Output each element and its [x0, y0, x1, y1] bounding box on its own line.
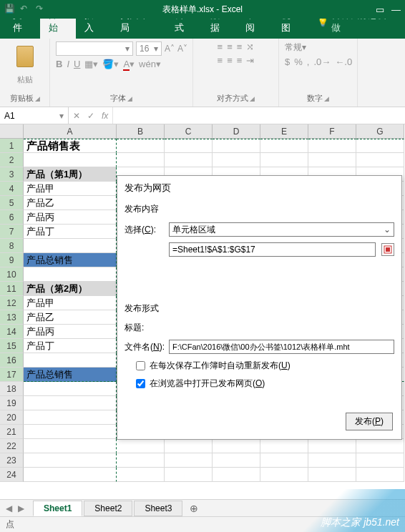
cell[interactable]: 产品乙: [24, 310, 117, 325]
column-header[interactable]: E: [260, 124, 308, 139]
cell[interactable]: [165, 468, 213, 482]
row-header[interactable]: 6: [0, 210, 24, 225]
italic-button[interactable]: I: [67, 59, 69, 69]
paste-button[interactable]: [12, 41, 38, 72]
cell[interactable]: [24, 439, 117, 453]
cell[interactable]: [308, 453, 356, 468]
cell[interactable]: 产品甲: [24, 182, 117, 196]
cell[interactable]: 产品总销售: [24, 368, 117, 382]
cell[interactable]: [24, 410, 117, 425]
column-header[interactable]: C: [165, 124, 213, 139]
cell[interactable]: [165, 139, 213, 153]
cell[interactable]: 产品丙: [24, 325, 117, 339]
align-top-icon[interactable]: ≡: [218, 41, 223, 52]
sheet-tab-3[interactable]: Sheet3: [134, 501, 182, 516]
cell[interactable]: [213, 153, 260, 167]
cell[interactable]: [356, 153, 404, 167]
cell[interactable]: [308, 439, 356, 453]
minimize-icon[interactable]: —: [391, 4, 401, 15]
indent-icon[interactable]: ⇥: [246, 55, 254, 66]
fx-icon[interactable]: fx: [102, 111, 108, 121]
decrease-decimal-icon[interactable]: ←.0: [335, 56, 352, 67]
fill-color-button[interactable]: 🪣▾: [102, 59, 119, 69]
alignment-dialog-launcher-icon[interactable]: ◢: [250, 95, 255, 102]
sheet-tab-1[interactable]: Sheet1: [33, 501, 82, 516]
cell[interactable]: 产品（第2周）: [24, 282, 117, 296]
cell[interactable]: [24, 267, 117, 282]
cell[interactable]: [356, 453, 404, 468]
cell[interactable]: [117, 439, 165, 453]
range-picker-button[interactable]: [381, 243, 394, 256]
cell[interactable]: [213, 468, 260, 482]
cell[interactable]: [308, 468, 356, 482]
cell[interactable]: [356, 139, 404, 153]
cell[interactable]: [165, 453, 213, 468]
cell[interactable]: [213, 453, 260, 468]
cell[interactable]: [24, 239, 117, 253]
align-right-icon[interactable]: ≡: [237, 55, 243, 66]
cell[interactable]: 产品乙: [24, 196, 117, 210]
row-header[interactable]: 24: [0, 468, 24, 482]
sheet-nav-next-icon[interactable]: ▶: [18, 503, 24, 513]
cell[interactable]: [117, 153, 165, 167]
column-header[interactable]: A: [24, 124, 117, 139]
cell[interactable]: 产品销售表: [24, 139, 117, 153]
cell[interactable]: [165, 153, 213, 167]
underline-button[interactable]: U: [74, 59, 80, 69]
name-box[interactable]: A1 ▾: [0, 107, 69, 124]
increase-font-icon[interactable]: A˄: [165, 44, 175, 54]
cell[interactable]: [260, 153, 308, 167]
cell[interactable]: [260, 139, 308, 153]
formula-input[interactable]: [112, 107, 405, 124]
cell[interactable]: 产品丙: [24, 210, 117, 225]
enter-icon[interactable]: ✓: [87, 111, 94, 121]
row-header[interactable]: 3: [0, 167, 24, 182]
sheet-tab-2[interactable]: Sheet2: [84, 501, 132, 516]
save-icon[interactable]: 💾: [4, 4, 16, 15]
cancel-icon[interactable]: ✕: [73, 111, 80, 121]
redo-icon[interactable]: ↷: [36, 4, 47, 15]
cell[interactable]: [213, 439, 260, 453]
cell[interactable]: 产品甲: [24, 296, 117, 310]
sheet-nav-prev-icon[interactable]: ◀: [6, 503, 12, 513]
cell[interactable]: [356, 439, 404, 453]
openbrowser-checkbox[interactable]: 在浏览器中打开已发布网页(O): [136, 378, 394, 390]
choose-dropdown[interactable]: 单元格区域 ⌄: [169, 222, 394, 237]
font-color-button[interactable]: A▾: [123, 59, 135, 69]
row-header[interactable]: 23: [0, 453, 24, 468]
decrease-font-icon[interactable]: A˅: [177, 44, 187, 54]
column-header[interactable]: G: [356, 124, 404, 139]
new-sheet-button[interactable]: ⊕: [184, 503, 204, 514]
border-button[interactable]: ▦▾: [84, 59, 98, 69]
cell[interactable]: [117, 468, 165, 482]
checkbox-icon[interactable]: [136, 379, 145, 388]
row-header[interactable]: 21: [0, 425, 24, 439]
row-header[interactable]: 17: [0, 368, 24, 382]
number-dialog-launcher-icon[interactable]: ◢: [324, 95, 329, 102]
cell[interactable]: [24, 382, 117, 396]
cell[interactable]: [24, 453, 117, 468]
cell[interactable]: [308, 153, 356, 167]
column-header[interactable]: B: [117, 124, 165, 139]
currency-icon[interactable]: $: [285, 56, 290, 67]
row-header[interactable]: 15: [0, 339, 24, 353]
select-all-cell[interactable]: [0, 124, 24, 139]
cell[interactable]: [117, 453, 165, 468]
publish-button[interactable]: 发布(P): [346, 413, 393, 430]
column-header[interactable]: D: [213, 124, 260, 139]
filename-input[interactable]: F:\CFan\2016\微信\00办公书签\1012\表格样单.mht: [169, 340, 394, 354]
row-header[interactable]: 5: [0, 196, 24, 210]
checkbox-icon[interactable]: [136, 361, 145, 370]
cell[interactable]: [24, 468, 117, 482]
cell[interactable]: 产品总销售: [24, 253, 117, 267]
cell[interactable]: 产品丁: [24, 225, 117, 239]
row-header[interactable]: 2: [0, 153, 24, 167]
align-center-icon[interactable]: ≡: [227, 55, 233, 66]
phonetic-button[interactable]: wén▾: [139, 59, 161, 69]
clipboard-dialog-launcher-icon[interactable]: ◢: [35, 95, 40, 102]
cell[interactable]: [213, 139, 260, 153]
comma-icon[interactable]: ,: [307, 56, 310, 67]
align-middle-icon[interactable]: ≡: [227, 41, 233, 52]
cell[interactable]: [117, 139, 165, 153]
bold-button[interactable]: B: [56, 59, 62, 69]
